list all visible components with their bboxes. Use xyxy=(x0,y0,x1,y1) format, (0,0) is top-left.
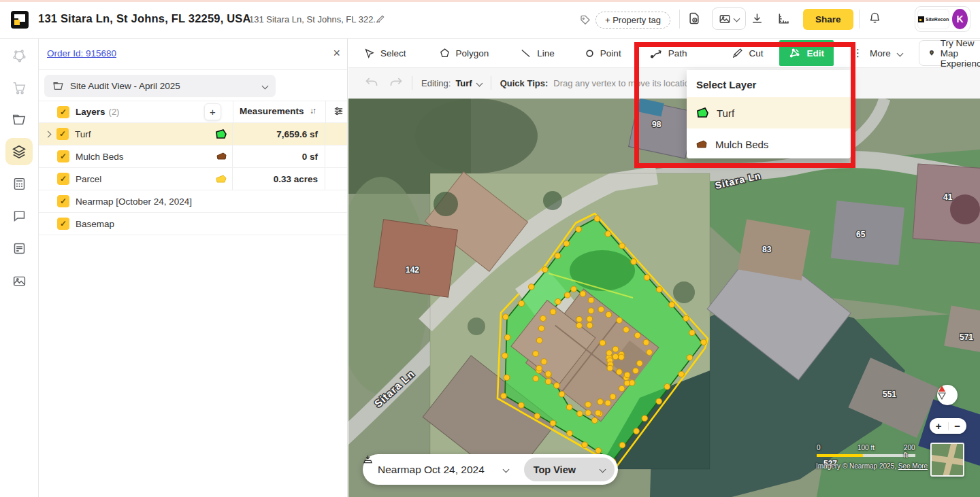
close-icon[interactable]: × xyxy=(333,46,340,61)
imagery-dropdown[interactable] xyxy=(712,7,746,30)
house-number: 83 xyxy=(762,245,772,254)
undo-icon[interactable] xyxy=(365,77,378,90)
turf-swatch xyxy=(215,129,227,139)
rail-layers-icon[interactable] xyxy=(5,138,33,165)
layer-row-parcel[interactable]: ✓ Parcel 0.33 acres xyxy=(39,168,347,190)
measurements-header: Measurements xyxy=(240,106,304,116)
basemap-checkbox[interactable]: ✓ xyxy=(57,218,69,230)
notifications-bell-icon[interactable] xyxy=(868,12,881,27)
scale-bar: 0 100 ft 200 ft xyxy=(817,444,919,457)
address-subtitle: 131 Sitara Ln, St Johns, FL 322... xyxy=(249,14,380,24)
path-icon xyxy=(650,47,663,60)
top-view-dropdown[interactable]: Top View xyxy=(524,458,615,481)
mulch-checkbox[interactable]: ✓ xyxy=(57,150,69,162)
layers-master-checkbox[interactable]: ✓ xyxy=(57,106,69,118)
layer-option-turf[interactable]: Turf xyxy=(687,97,851,128)
layer-row-basemap[interactable]: ✓ Basemap xyxy=(39,213,347,235)
polygon-tool-button[interactable]: Polygon xyxy=(439,48,489,59)
view-selector-dropdown[interactable]: Site Audit View - April 2025 xyxy=(44,75,276,97)
chevron-down-icon[interactable] xyxy=(502,466,509,473)
house-number: 98 xyxy=(652,120,662,129)
page-title: 131 Sitara Ln, St Johns, FL 32259, USA xyxy=(38,12,251,25)
account-menu[interactable]: SiteRecon K xyxy=(915,6,970,32)
polygon-icon xyxy=(439,48,451,59)
chevron-down-icon xyxy=(476,80,483,86)
redo-icon[interactable] xyxy=(389,77,403,90)
order-id-link[interactable]: Order Id: 915680 xyxy=(47,48,116,58)
share-button[interactable]: Share xyxy=(803,9,853,30)
house-number: 551 xyxy=(883,390,896,399)
chevron-down-icon xyxy=(600,466,606,473)
aerial-imagery: Sitara Ln Sitara Ln 98 142 41 65 83 571 … xyxy=(348,99,980,497)
house-number: 65 xyxy=(856,230,866,239)
layer-measurement: 0.33 acres xyxy=(233,168,325,190)
zoom-out-button[interactable]: − xyxy=(949,419,967,433)
layer-row-turf[interactable]: ✓ Turf 7,659.6 sf xyxy=(39,123,347,145)
divider xyxy=(859,10,860,29)
parcel-swatch xyxy=(216,175,227,184)
mulch-swatch xyxy=(696,140,707,149)
layer-name: Mulch Beds xyxy=(76,152,124,162)
rail-calculator-icon[interactable] xyxy=(5,170,33,197)
see-more-link[interactable]: See More xyxy=(898,462,928,470)
rail-comments-icon[interactable] xyxy=(5,202,33,229)
cut-tool-button[interactable]: Cut xyxy=(732,48,763,59)
rail-folder-icon[interactable] xyxy=(5,106,33,133)
property-tag-control[interactable]: + Property tag xyxy=(580,12,670,29)
editing-layer-dropdown[interactable]: Turf xyxy=(455,78,481,88)
rail-polygon-tool-icon[interactable] xyxy=(5,42,33,69)
divider xyxy=(233,101,233,123)
try-new-map-experience-button[interactable]: Try New Map Experience xyxy=(919,40,980,66)
ruler-icon[interactable] xyxy=(777,12,791,28)
select-layer-title: Select Layer xyxy=(687,70,851,97)
avatar[interactable]: K xyxy=(952,9,968,29)
map-canvas[interactable]: Sitara Ln Sitara Ln 98 142 41 65 83 571 … xyxy=(348,99,980,497)
layer-name: Nearmap [October 24, 2024] xyxy=(76,196,192,207)
layer-option-mulch-beds[interactable]: Mulch Beds xyxy=(687,128,851,160)
expand-chevron-icon[interactable] xyxy=(45,131,52,137)
siterecon-mini-logo-icon xyxy=(918,16,924,22)
editing-label: Editing: xyxy=(421,78,451,88)
minimap[interactable] xyxy=(930,443,964,477)
layers-count: (2) xyxy=(109,107,120,117)
nearmap-checkbox[interactable]: ✓ xyxy=(57,195,69,207)
siterecon-logo-icon[interactable] xyxy=(11,11,29,29)
house-number: 142 xyxy=(406,265,419,275)
line-tool-button[interactable]: Line xyxy=(520,48,555,59)
add-layer-button[interactable]: + xyxy=(204,103,221,120)
rail-images-icon[interactable] xyxy=(5,267,33,294)
imagery-source-pill: Nearmap Oct 24, 2024 Top View xyxy=(363,454,618,485)
filter-sliders-icon[interactable] xyxy=(333,105,344,120)
more-tools-button[interactable]: ⋮ More xyxy=(853,47,902,59)
rail-cart-icon[interactable] xyxy=(5,74,33,101)
point-tool-button[interactable]: Point xyxy=(585,48,621,58)
house-number: 41 xyxy=(943,192,953,202)
layer-row-mulch-beds[interactable]: ✓ Mulch Beds 0 sf xyxy=(39,145,347,168)
knife-icon xyxy=(732,48,743,59)
chevron-down-icon xyxy=(262,83,269,90)
rail-notes-icon[interactable] xyxy=(5,235,33,262)
select-tool-button[interactable]: Select xyxy=(363,48,406,59)
layers-label: Layers xyxy=(76,107,105,117)
turf-swatch xyxy=(696,107,708,118)
view-selector-label: Site Audit View - April 2025 xyxy=(70,81,180,91)
compass-control[interactable] xyxy=(937,385,958,405)
map-pin-lightning-icon xyxy=(929,47,934,59)
layer-measurement: 7,659.6 sf xyxy=(233,123,325,145)
folder-icon xyxy=(52,80,64,92)
imagery-date-dropdown[interactable]: Nearmap Oct 24, 2024 xyxy=(378,464,485,476)
download-icon[interactable] xyxy=(751,12,764,27)
chevron-down-icon xyxy=(734,16,740,22)
sort-icon[interactable]: ↓↑ xyxy=(310,106,315,116)
path-tool-button[interactable]: Path xyxy=(650,47,687,60)
scale-start: 0 xyxy=(817,444,821,451)
edit-address-icon[interactable] xyxy=(376,14,385,27)
top-view-icon xyxy=(363,454,373,464)
add-document-icon[interactable] xyxy=(687,12,701,28)
turf-checkbox[interactable]: ✓ xyxy=(56,128,69,140)
parcel-checkbox[interactable]: ✓ xyxy=(57,173,69,185)
edit-tool-button-active[interactable]: Edit xyxy=(779,40,834,66)
layer-row-nearmap[interactable]: ✓ Nearmap [October 24, 2024] xyxy=(39,190,347,213)
zoom-in-button[interactable]: + xyxy=(930,419,948,433)
property-tag-button[interactable]: + Property tag xyxy=(595,12,670,29)
